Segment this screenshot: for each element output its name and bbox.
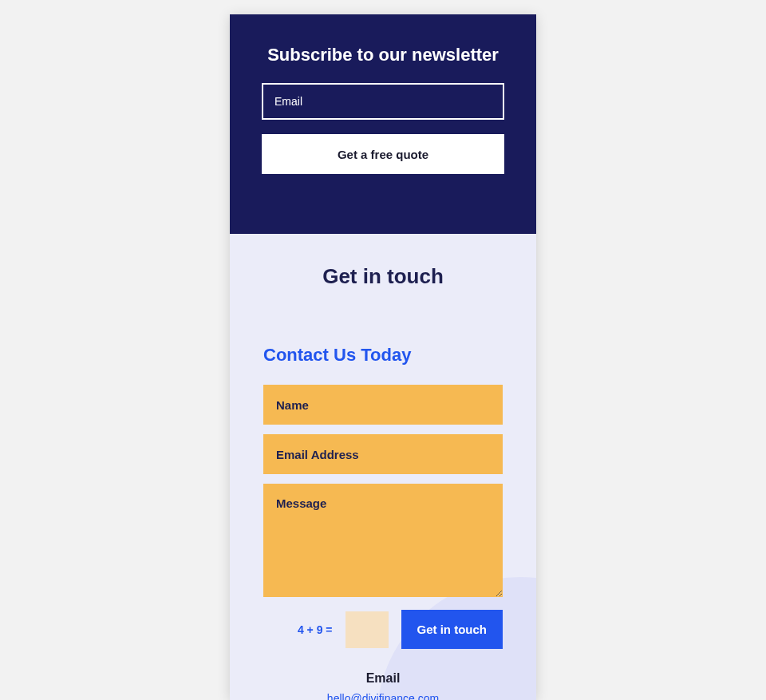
newsletter-section: Subscribe to our newsletter Get a free q… (230, 14, 536, 234)
newsletter-email-input[interactable] (262, 83, 504, 120)
name-input[interactable] (263, 385, 503, 425)
message-textarea[interactable] (263, 484, 503, 597)
contact-email-link[interactable]: hello@divifinance.com (263, 692, 503, 700)
contact-email-heading: Email (263, 671, 503, 686)
contact-section: Get in touch Contact Us Today 4 + 9 = Ge… (230, 234, 536, 700)
captcha-row: 4 + 9 = Get in touch (263, 610, 503, 649)
email-input[interactable] (263, 434, 503, 474)
contact-submit-button[interactable]: Get in touch (401, 610, 503, 649)
page-card: Subscribe to our newsletter Get a free q… (230, 14, 536, 700)
captcha-input[interactable] (345, 611, 389, 648)
contact-form-title: Contact Us Today (263, 345, 503, 366)
newsletter-title: Subscribe to our newsletter (262, 45, 504, 65)
captcha-question: 4 + 9 = (298, 623, 333, 636)
contact-section-title: Get in touch (263, 264, 503, 289)
newsletter-submit-button[interactable]: Get a free quote (262, 134, 504, 174)
